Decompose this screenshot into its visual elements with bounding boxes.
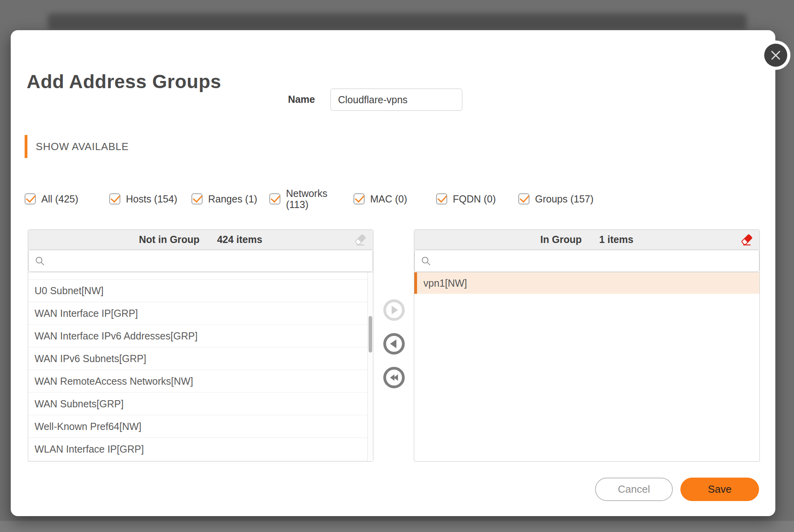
panel-title: In Group bbox=[540, 234, 581, 245]
list-item[interactable]: WAN Subnets[GRP] bbox=[28, 393, 367, 415]
filter-groups[interactable]: Groups (157) bbox=[518, 193, 593, 204]
search-icon bbox=[35, 256, 45, 268]
checkbox-checked-icon bbox=[25, 193, 36, 204]
filter-label: FQDN (0) bbox=[453, 193, 496, 204]
panel-title: Not in Group bbox=[139, 234, 200, 245]
not-in-group-panel: Not in Group 424 items bbox=[28, 229, 373, 462]
vertical-scrollbar[interactable] bbox=[367, 272, 373, 461]
filter-label: Groups (157) bbox=[535, 193, 593, 204]
filter-ranges[interactable]: Ranges (1) bbox=[191, 193, 257, 204]
double-arrow-left-icon bbox=[394, 374, 398, 381]
filter-fqdn[interactable]: FQDN (0) bbox=[436, 193, 496, 204]
filter-label: Networks (113) bbox=[286, 188, 332, 210]
filter-mac[interactable]: MAC (0) bbox=[354, 193, 407, 204]
add-address-groups-dialog: Add Address Groups Name SHOW AVAILABLE A… bbox=[11, 30, 775, 516]
list-item[interactable]: WAN Interface IP[GRP] bbox=[28, 302, 367, 325]
filter-label: All (425) bbox=[41, 193, 78, 204]
arrow-left-icon bbox=[390, 339, 396, 348]
name-input[interactable] bbox=[330, 89, 462, 111]
panel-count: 1 items bbox=[599, 234, 633, 245]
in-group-search-input[interactable] bbox=[414, 250, 759, 272]
checkbox-checked-icon bbox=[436, 193, 447, 204]
list-item[interactable]: WAN RemoteAccess Networks[NW] bbox=[28, 370, 367, 393]
in-group-search bbox=[414, 250, 759, 272]
save-button[interactable]: Save bbox=[680, 478, 759, 501]
in-group-panel: In Group 1 items bbox=[414, 229, 760, 462]
checkbox-checked-icon bbox=[518, 193, 529, 204]
arrow-right-icon bbox=[392, 306, 398, 314]
checkbox-checked-icon bbox=[354, 193, 365, 204]
filter-hosts[interactable]: Hosts (154) bbox=[109, 193, 177, 204]
list-item[interactable]: U0 Subnet[NW] bbox=[28, 279, 367, 302]
panel-count: 424 items bbox=[217, 234, 262, 245]
selected-list-item[interactable]: vpn1[NW] bbox=[414, 272, 759, 294]
close-button[interactable] bbox=[761, 40, 790, 70]
list-item[interactable]: WAN Interface IPv6 Addresses[GRP] bbox=[28, 325, 367, 347]
not-in-group-list: U0 Subnet[NW] WAN Interface IP[GRP] WAN … bbox=[28, 272, 373, 461]
name-label: Name bbox=[273, 94, 315, 105]
list-item[interactable]: WLAN Interface IP[GRP] bbox=[28, 438, 367, 461]
close-icon bbox=[764, 44, 787, 67]
checkbox-checked-icon bbox=[109, 193, 120, 204]
filter-networks[interactable]: Networks (113) bbox=[269, 188, 332, 210]
clear-selection-eraser-icon[interactable] bbox=[353, 233, 367, 247]
section-accent-bar bbox=[25, 135, 27, 158]
dialog-title: Add Address Groups bbox=[27, 71, 221, 93]
not-in-group-search-input[interactable] bbox=[28, 250, 373, 272]
remove-all-eraser-icon[interactable] bbox=[740, 233, 754, 247]
move-left-button[interactable] bbox=[383, 333, 405, 355]
checkbox-checked-icon bbox=[191, 193, 203, 204]
filter-label: Ranges (1) bbox=[208, 193, 257, 204]
in-group-header: In Group 1 items bbox=[414, 230, 759, 250]
not-in-group-search bbox=[28, 250, 373, 272]
search-icon bbox=[421, 256, 431, 268]
section-header: SHOW AVAILABLE bbox=[36, 141, 129, 153]
background-page-remnant bbox=[48, 13, 747, 30]
not-in-group-header: Not in Group 424 items bbox=[28, 230, 373, 250]
filter-label: Hosts (154) bbox=[126, 193, 177, 204]
scrolled-partial-row bbox=[28, 272, 367, 279]
move-right-button[interactable] bbox=[383, 299, 405, 321]
screen-background: Add Address Groups Name SHOW AVAILABLE A… bbox=[0, 0, 794, 532]
filter-label: MAC (0) bbox=[370, 193, 407, 204]
cancel-button[interactable]: Cancel bbox=[595, 478, 673, 501]
list-item[interactable]: Well-Known Pref64[NW] bbox=[28, 415, 367, 438]
background-bottom-band bbox=[0, 521, 794, 532]
filter-all[interactable]: All (425) bbox=[25, 193, 78, 204]
scrollbar-thumb[interactable] bbox=[369, 316, 372, 353]
list-item[interactable]: WAN IPv6 Subnets[GRP] bbox=[28, 347, 367, 370]
move-all-left-button[interactable] bbox=[383, 367, 405, 388]
checkbox-checked-icon bbox=[269, 193, 280, 204]
